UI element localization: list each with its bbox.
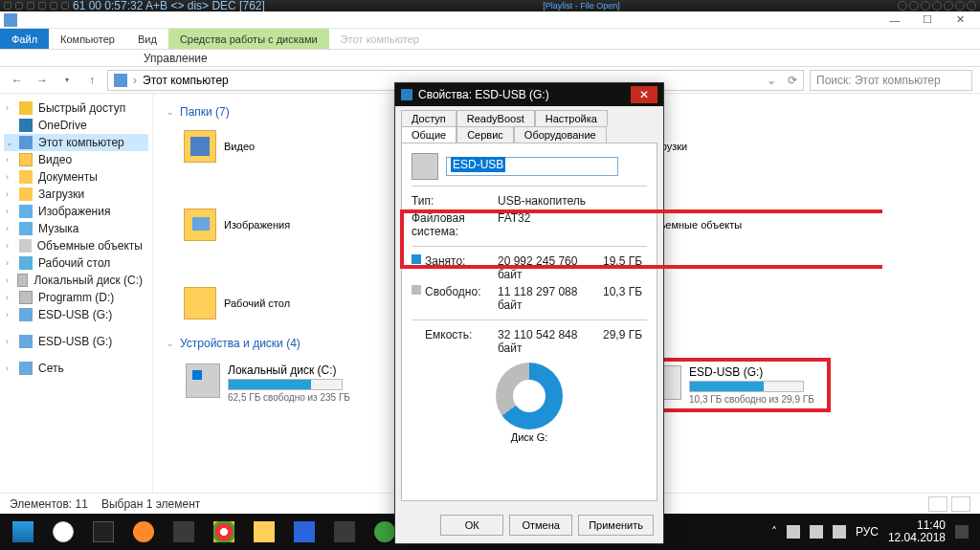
ribbon-tab-computer[interactable]: Компьютер — [49, 29, 126, 49]
nav-up-button[interactable]: ↑ — [82, 71, 101, 90]
player-stop-icon[interactable] — [932, 1, 942, 11]
ribbon-tab-view[interactable]: Вид — [126, 29, 168, 49]
drive-name-input[interactable]: ESD-USB — [446, 157, 618, 176]
drive-label: ESD-USB (G:) — [689, 365, 814, 379]
tray-notifications-icon[interactable] — [955, 525, 969, 539]
ribbon-tabs: Файл Компьютер Вид Средства работы с дис… — [0, 29, 980, 50]
tray-language[interactable]: РУС — [856, 525, 879, 539]
player-next-icon[interactable] — [944, 1, 953, 11]
dialog-tab[interactable]: Настройка — [535, 110, 608, 126]
folder-tile[interactable]: Изображения — [180, 205, 352, 245]
view-details-button[interactable] — [928, 496, 947, 512]
taskbar-app[interactable] — [165, 517, 203, 547]
player-open-icon[interactable] — [955, 1, 965, 11]
dialog-close-button[interactable]: ✕ — [631, 86, 657, 103]
player-play-icon[interactable] — [909, 1, 919, 11]
ribbon-tab-drive-tools[interactable]: Средства работы с дисками — [168, 29, 329, 49]
sidebar-item[interactable]: ›Видео — [4, 151, 148, 168]
taskbar-app[interactable] — [285, 517, 323, 547]
sidebar-item-label: Изображения — [38, 205, 110, 218]
nav-forward-button[interactable]: → — [33, 71, 52, 90]
sidebar-item[interactable]: ›Загрузки — [4, 186, 148, 203]
sidebar-item[interactable]: ›Объемные объекты — [4, 237, 148, 254]
view-tiles-button[interactable] — [951, 496, 970, 512]
sidebar-item[interactable]: OneDrive — [4, 117, 148, 134]
start-button[interactable] — [4, 517, 42, 547]
nav-recent-dropdown[interactable]: ▾ — [57, 71, 77, 90]
player-pause-icon[interactable] — [921, 1, 930, 11]
taskbar-app[interactable] — [245, 517, 283, 547]
sidebar-item[interactable]: ›Рабочий стол — [4, 254, 148, 272]
player-ctl[interactable] — [27, 2, 34, 10]
player-ctl[interactable] — [50, 2, 57, 10]
taskbar-app[interactable] — [325, 517, 364, 547]
minimize-button[interactable]: — — [879, 11, 911, 29]
sidebar-item[interactable]: ⌄Этот компьютер — [4, 134, 148, 151]
folder-icon — [184, 130, 216, 163]
tray-network-icon[interactable] — [810, 525, 823, 539]
search-input[interactable]: Поиск: Этот компьютер — [810, 70, 972, 91]
folder-tile[interactable]: Видео — [180, 126, 352, 166]
sidebar-item[interactable]: ›Быстрый доступ — [4, 99, 148, 117]
refresh-button[interactable]: ⟳ — [788, 74, 797, 87]
dialog-titlebar[interactable]: Свойства: ESD-USB (G:) ✕ — [395, 83, 663, 106]
sidebar-item[interactable]: ›Изображения — [4, 203, 148, 220]
dialog-tab[interactable]: Сервис — [457, 126, 514, 143]
sidebar-item-label: Рабочий стол — [38, 256, 110, 270]
taskbar-search-button[interactable] — [44, 517, 82, 547]
doc-icon — [19, 170, 33, 184]
taskbar-app[interactable] — [124, 517, 163, 547]
player-ctl[interactable] — [15, 2, 23, 10]
sidebar-item[interactable]: ›Сеть — [4, 360, 148, 377]
player-ctl[interactable] — [61, 2, 69, 10]
sidebar-item[interactable]: ›Музыка — [4, 220, 148, 237]
drive-icon — [186, 363, 220, 398]
player-mute-icon[interactable] — [967, 1, 976, 11]
sidebar-item[interactable]: ›Programm (D:) — [4, 289, 148, 306]
tray-clock[interactable]: 11:40 12.04.2018 — [888, 519, 946, 544]
dialog-tab[interactable]: Общие — [401, 126, 457, 143]
mus-icon — [19, 222, 33, 235]
cancel-button[interactable]: Отмена — [509, 515, 572, 536]
drive-tile[interactable]: ESD-USB (G:)10,3 ГБ свободно из 29,9 ГБ — [639, 358, 831, 412]
dialog-tab[interactable]: Оборудование — [514, 126, 607, 143]
folder-tile[interactable]: Рабочий стол — [180, 283, 352, 323]
tray-volume-icon[interactable] — [833, 525, 846, 539]
player-ctl[interactable] — [4, 2, 11, 10]
ok-button[interactable]: ОК — [440, 515, 503, 536]
sidebar-item-label: Этот компьютер — [38, 136, 124, 149]
tray-chevron-up-icon[interactable]: ˄ — [771, 525, 777, 539]
maximize-button[interactable]: ☐ — [911, 11, 944, 29]
sidebar-item-label: Сеть — [38, 362, 64, 375]
nav-back-button[interactable]: ← — [8, 71, 27, 90]
status-selection: Выбран 1 элемент — [101, 497, 200, 511]
disk-icon — [19, 291, 33, 304]
dialog-tab[interactable]: ReadyBoost — [457, 110, 535, 126]
ribbon-subtab: Управление — [0, 50, 980, 67]
task-view-button[interactable] — [84, 517, 122, 547]
value-used-gb: 19,5 ГБ — [603, 254, 647, 281]
taskbar-app[interactable] — [205, 517, 243, 547]
system-tray: ˄ РУС 11:40 12.04.2018 — [771, 519, 976, 544]
sidebar-item[interactable]: ›ESD-USB (G:) — [4, 333, 148, 350]
tray-icon[interactable] — [787, 525, 800, 539]
apply-button[interactable]: Применить — [578, 515, 654, 536]
vid-icon — [19, 153, 33, 166]
label-free: Свободно: — [425, 285, 498, 312]
sidebar-item[interactable]: ›Локальный диск (C:) — [4, 272, 148, 289]
ribbon-manage-label[interactable]: Управление — [144, 52, 208, 65]
value-used-bytes: 20 992 245 760 байт — [498, 254, 603, 281]
player-ctl[interactable] — [38, 2, 46, 10]
cloud-icon — [19, 119, 33, 132]
drive-tile[interactable]: Локальный диск (C:)62,5 ГБ свободно из 2… — [180, 358, 371, 412]
folder-label: Изображения — [224, 219, 290, 231]
dialog-tab[interactable]: Доступ — [401, 110, 457, 126]
sidebar-item[interactable]: ›Документы — [4, 168, 148, 186]
close-button[interactable]: ✕ — [944, 11, 976, 29]
sidebar-item[interactable]: ›ESD-USB (G:) — [4, 306, 148, 323]
used-swatch-icon — [412, 254, 421, 264]
status-item-count: Элементов: 11 — [10, 497, 88, 511]
address-dropdown-icon[interactable]: ⌄ — [767, 74, 776, 87]
ribbon-tab-file[interactable]: Файл — [0, 29, 49, 49]
player-prev-icon[interactable] — [898, 1, 907, 11]
